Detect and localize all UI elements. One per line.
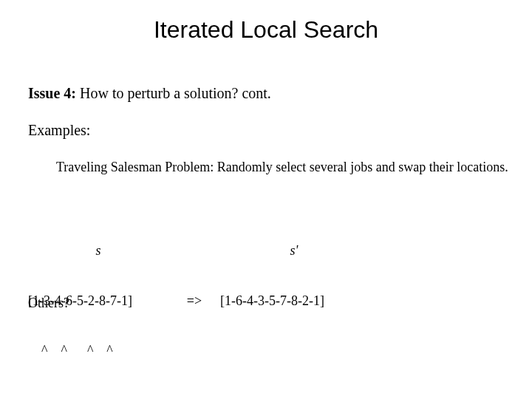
- s-prime-tour: [1-6-4-3-5-7-8-2-1]: [220, 293, 368, 310]
- arrow: =>: [168, 293, 220, 310]
- s-label: s: [28, 242, 168, 259]
- s-prime-label: s': [220, 242, 368, 259]
- slide: Iterated Local Search Issue 4: How to pe…: [0, 0, 532, 399]
- spacer: [168, 242, 220, 259]
- issue-text: How to perturb a solution? cont.: [76, 85, 271, 101]
- caret-markers: ^ ^ ^ ^: [28, 342, 168, 359]
- examples-heading: Examples:: [28, 122, 90, 139]
- issue-label: Issue 4:: [28, 85, 76, 101]
- slide-title: Iterated Local Search: [0, 16, 532, 44]
- perturbation-example: s s' [1-3-4-6-5-2-8-7-1]=>[1-6-4-3-5-7-8…: [28, 209, 368, 392]
- tsp-description: Traveling Salesman Problem: Randomly sel…: [28, 159, 510, 176]
- issue-line: Issue 4: How to perturb a solution? cont…: [28, 85, 271, 102]
- others-text: Others?: [28, 296, 69, 311]
